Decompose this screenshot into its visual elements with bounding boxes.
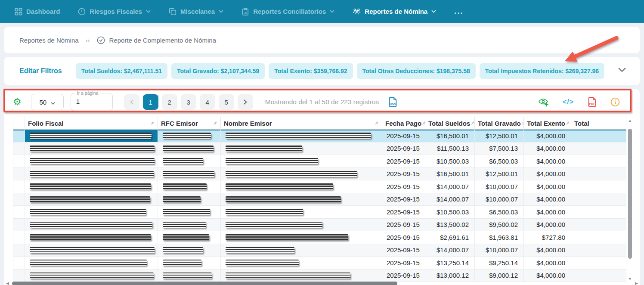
cell-select[interactable] (13, 244, 25, 257)
table-row[interactable]: 2025-09-15 $11,500.13 $7,500.13 $4,000.0… (13, 142, 626, 155)
cell-fecha-pago[interactable]: 2025-09-15 (382, 168, 425, 180)
cell-select[interactable] (13, 168, 25, 180)
cell-total-gravado[interactable]: $12,500.01 (475, 130, 524, 142)
table-row[interactable]: 2025-09-15 $16,500.01 $12,500.01 $4,000.… (13, 168, 626, 181)
pin-icon[interactable] (421, 120, 425, 127)
cell-select[interactable] (13, 193, 25, 206)
cell-select[interactable] (13, 219, 25, 231)
cell-folio-fiscal[interactable] (25, 130, 158, 142)
cell-total-truncated[interactable] (571, 206, 626, 218)
cell-total-exento[interactable]: $4,000.00 (524, 180, 571, 193)
cell-total-gravado[interactable]: $10,000.07 (475, 244, 524, 257)
cell-rfc-emisor[interactable] (158, 244, 221, 257)
cell-total-sueldos[interactable]: $11,500.13 (425, 142, 475, 155)
cell-total-gravado[interactable]: $1,963.81 (475, 231, 524, 244)
cell-total-gravado[interactable]: $7,500.13 (475, 142, 524, 155)
pin-icon[interactable] (521, 120, 524, 127)
prev-page-button[interactable] (124, 94, 139, 110)
scroll-up-icon[interactable]: ▲ (627, 118, 633, 123)
page-button-3[interactable]: 3 (181, 94, 196, 110)
cell-total-truncated[interactable] (571, 168, 626, 180)
cell-total-gravado[interactable]: $9,250.14 (475, 257, 524, 269)
cell-fecha-pago[interactable]: 2025-09-15 (382, 130, 425, 142)
cell-total-gravado[interactable]: $6,500.03 (475, 155, 524, 167)
vertical-scrollbar-thumb[interactable] (628, 129, 632, 259)
cell-fecha-pago[interactable]: 2025-09-15 (382, 244, 425, 257)
cell-folio-fiscal[interactable] (25, 155, 158, 167)
cell-rfc-emisor[interactable] (158, 193, 221, 206)
page-button-4[interactable]: 4 (200, 94, 215, 110)
cell-folio-fiscal[interactable] (25, 244, 158, 257)
csv-export-icon[interactable]: CSV (388, 97, 397, 107)
pin-icon[interactable] (150, 120, 155, 127)
cell-nombre-emisor[interactable] (221, 257, 382, 269)
cell-nombre-emisor[interactable] (221, 219, 382, 231)
cell-rfc-emisor[interactable] (158, 257, 221, 269)
info-icon[interactable] (610, 97, 620, 107)
cell-total-truncated[interactable] (571, 257, 626, 269)
page-size-select[interactable]: 50 (31, 94, 64, 110)
cell-total-sueldos[interactable]: $2,691.61 (425, 231, 475, 244)
next-page-button[interactable] (238, 94, 253, 110)
cell-fecha-pago[interactable]: 2025-09-15 (382, 193, 425, 206)
cell-folio-fiscal[interactable] (25, 180, 158, 193)
cell-rfc-emisor[interactable] (158, 206, 221, 218)
table-row[interactable]: 2025-09-15 $10,500.03 $6,500.03 $4,000.0… (13, 155, 626, 168)
horizontal-scrollbar[interactable]: ◀ ▶ (5, 281, 639, 285)
cell-select[interactable] (13, 155, 25, 167)
cell-nombre-emisor[interactable] (221, 168, 382, 180)
cell-total-gravado[interactable]: $9,500.02 (475, 219, 524, 231)
cell-rfc-emisor[interactable] (158, 130, 221, 142)
cell-total-gravado[interactable]: $12,500.01 (475, 168, 524, 180)
nav-item-reportes-conciliatorios[interactable]: Reportes Conciliatorios (242, 8, 334, 15)
cell-select[interactable] (13, 257, 25, 269)
cell-select[interactable] (13, 180, 25, 193)
cell-select[interactable] (13, 231, 25, 244)
cell-select[interactable] (13, 130, 25, 142)
cell-select[interactable] (13, 206, 25, 218)
cell-folio-fiscal[interactable] (25, 206, 158, 218)
page-button-1[interactable]: 1 (143, 94, 158, 110)
table-row[interactable]: 2025-09-15 $13,250.14 $9,250.14 $4,000.0… (13, 257, 626, 270)
cell-fecha-pago[interactable]: 2025-09-15 (382, 206, 425, 218)
cell-total-sueldos[interactable]: $10,500.03 (425, 206, 475, 218)
header-total-exento[interactable]: Total Exento (524, 117, 571, 129)
cell-fecha-pago[interactable]: 2025-09-15 (382, 231, 425, 244)
cell-select[interactable] (13, 142, 25, 155)
cell-total-gravado[interactable]: $10,000.07 (475, 193, 524, 206)
cell-total-sueldos[interactable]: $14,000.07 (425, 193, 475, 206)
pdf-export-icon[interactable]: PDF (588, 97, 597, 107)
cell-total-exento[interactable]: $4,000.00 (524, 244, 571, 257)
cell-nombre-emisor[interactable] (221, 231, 382, 244)
cell-folio-fiscal[interactable] (25, 257, 158, 269)
vertical-scrollbar[interactable]: ▲ ▼ (627, 118, 633, 281)
cell-total-exento[interactable]: $4,000.00 (524, 130, 571, 142)
pin-icon[interactable] (470, 120, 475, 127)
cell-folio-fiscal[interactable] (25, 231, 158, 244)
code-icon[interactable]: </> (563, 98, 574, 106)
cell-fecha-pago[interactable]: 2025-09-15 (382, 155, 425, 167)
header-total-truncated[interactable]: Total (571, 117, 626, 129)
page-button-5[interactable]: 5 (219, 94, 234, 110)
cell-rfc-emisor[interactable] (158, 168, 221, 180)
cell-total-sueldos[interactable]: $10,500.03 (425, 155, 475, 167)
gear-icon[interactable]: ⚙ (13, 97, 22, 107)
table-row[interactable]: 2025-09-15 $14,000.07 $10,000.07 $4,000.… (13, 180, 626, 193)
header-fecha-pago[interactable]: Fecha Pago (382, 117, 425, 129)
table-row[interactable]: 2025-09-15 $10,500.03 $6,500.03 $4,000.0… (13, 206, 626, 219)
header-nombre-emisor[interactable]: Nombre Emisor (221, 117, 382, 129)
cell-rfc-emisor[interactable] (158, 142, 221, 155)
cell-folio-fiscal[interactable] (25, 142, 158, 155)
scroll-right-icon[interactable]: ▶ (635, 281, 638, 285)
header-total-gravado[interactable]: Total Gravado (475, 117, 524, 129)
nav-item-dashboard[interactable]: Dashboard (15, 8, 60, 15)
cell-folio-fiscal[interactable] (25, 168, 158, 180)
collapse-chevron-icon[interactable] (618, 66, 626, 74)
cell-total-sueldos[interactable]: $14,000.07 (425, 180, 475, 193)
nav-item-riesgos-fiscales[interactable]: Riesgos Fiscales (78, 8, 151, 15)
cell-total-sueldos[interactable]: $16,500.01 (425, 168, 475, 180)
cell-total-sueldos[interactable]: $16,500.01 (425, 130, 475, 142)
cell-fecha-pago[interactable]: 2025-09-15 (382, 142, 425, 155)
cell-fecha-pago[interactable]: 2025-09-15 (382, 270, 425, 282)
nav-item-reportes-de-nomina[interactable]: Reportes de Nómina (353, 8, 436, 15)
